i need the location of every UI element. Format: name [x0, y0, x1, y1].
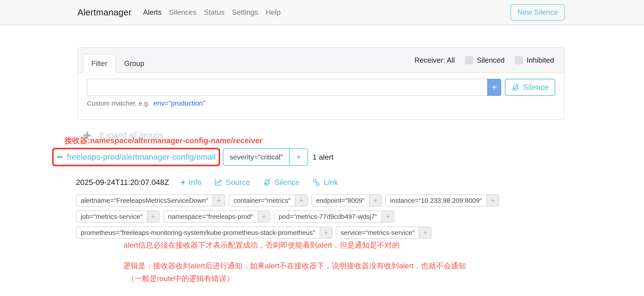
label-text: endpoint="8009" — [312, 195, 369, 206]
link-label: Link — [324, 178, 338, 187]
plus-icon: + — [217, 197, 221, 204]
plus-icon: + — [180, 178, 186, 187]
label-chip: instance="10.233.98.209:8009" + — [385, 194, 499, 206]
receiver-filter[interactable]: Receiver: All — [414, 56, 455, 64]
add-filter-button[interactable]: + — [320, 227, 332, 238]
plus-icon: + — [491, 197, 495, 204]
silence-alert-button[interactable]: Silence — [263, 178, 300, 187]
label-text: alertname="FreeleapsMetricsServiceDown" — [76, 195, 212, 206]
silenced-checkbox-label: Silenced — [477, 56, 505, 64]
minus-icon — [57, 156, 63, 158]
add-filter-button[interactable]: + — [258, 211, 270, 222]
hint-text: Custom matcher, e.g. — [87, 100, 150, 107]
bell-slash-icon — [511, 83, 520, 92]
label-chip: namespace="freeleaps-prod" + — [163, 210, 270, 222]
silence-alert-label: Silence — [274, 178, 300, 187]
matcher-input[interactable] — [87, 79, 487, 96]
inhibited-checkbox[interactable] — [515, 56, 523, 64]
annotation-alert-note: alert信息必须在接收器下才表示配置成功，否则即使能看到alert，但是通知是… — [124, 240, 400, 250]
filter-options: Receiver: All Silenced Inhibited — [414, 56, 554, 64]
plus-icon: + — [386, 213, 390, 220]
alert-detail: 2025-09-24T11:20:07.048Z + Info Source — [76, 176, 514, 238]
inhibited-checkbox-label: Inhibited — [526, 56, 554, 64]
filter-panel-body: + Silence Custom matcher, e.g. env="prod — [78, 73, 564, 107]
receiver-group-link[interactable]: freeleaps-prod/alertmanager-config/email — [57, 152, 216, 162]
alert-timestamp: 2025-09-24T11:20:07.048Z — [76, 178, 169, 187]
label-text: container="metrics" — [229, 195, 295, 206]
filter-panel-header: Filter Group Receiver: All Silenced Inhi… — [78, 48, 564, 73]
generator-link[interactable]: Link — [312, 178, 338, 187]
add-filter-button[interactable]: + — [419, 227, 431, 238]
alert-actions-row: 2025-09-24T11:20:07.048Z + Info Source — [76, 176, 514, 189]
label-chip: prometheus="freeleaps-monitoring-system/… — [76, 226, 332, 238]
nav-link-status[interactable]: Status — [204, 8, 224, 16]
nav-link-settings[interactable]: Settings — [232, 8, 258, 16]
label-chip: pod="metrics-77d9cdb497-wdsj7" + — [274, 210, 394, 222]
plus-icon: + — [296, 152, 301, 162]
nav-link-alerts[interactable]: Alerts — [143, 8, 162, 16]
chart-line-icon — [214, 178, 222, 186]
group-matcher-chip: severity="critical" + — [223, 148, 308, 166]
nav-links: Alerts Silences Status Settings Help — [143, 8, 281, 16]
add-filter-button[interactable]: + — [212, 195, 225, 206]
add-matcher-button[interactable]: + — [487, 79, 501, 96]
add-filter-button[interactable]: + — [486, 195, 498, 206]
add-filter-button[interactable]: + — [295, 195, 307, 206]
alertmanager-page: Alertmanager Alerts Silences Status Sett… — [0, 0, 644, 296]
plus-icon: + — [374, 197, 378, 204]
add-filter-button[interactable]: + — [369, 195, 382, 206]
info-label: Info — [189, 178, 202, 187]
annotation-highlight-box: freeleaps-prod/alertmanager-config/email — [52, 148, 220, 166]
tab-group[interactable]: Group — [116, 54, 153, 73]
silence-filter-button[interactable]: Silence — [505, 79, 555, 96]
alert-group-header: freeleaps-prod/alertmanager-config/email… — [52, 147, 334, 167]
receiver-group-label: freeleaps-prod/alertmanager-config/email — [67, 152, 216, 162]
nav-link-silences[interactable]: Silences — [169, 8, 196, 16]
silenced-checkbox-group[interactable]: Silenced — [465, 56, 505, 64]
source-label: Source — [226, 178, 250, 187]
annotation-receiver-note: 接收器:namespace/altermanager-config-name/r… — [64, 136, 262, 146]
label-chip: job="metrics-service" + — [76, 210, 160, 222]
tab-filter[interactable]: Filter — [83, 54, 116, 73]
new-silence-button[interactable]: New Silence — [510, 4, 565, 20]
brand-link[interactable]: Alertmanager — [78, 8, 132, 17]
bell-slash-icon — [263, 178, 271, 186]
label-text: prometheus="freeleaps-monitoring-system/… — [76, 227, 320, 238]
matcher-row: + Silence — [87, 79, 555, 96]
annotation-logic-note-line1: 逻辑是：接收器收到alert后进行通知，如果alert不在接收器下，说明接收器没… — [123, 261, 466, 271]
source-link[interactable]: Source — [214, 178, 250, 187]
nav-link-help[interactable]: Help — [266, 8, 281, 16]
label-chip: service="metrics-service" + — [336, 226, 432, 238]
group-matcher-label: severity="critical" — [224, 149, 289, 165]
hint-example-link[interactable]: env="production" — [154, 100, 205, 107]
label-text: job="metrics-service" — [76, 211, 147, 222]
plus-icon: + — [299, 197, 303, 204]
label-text: pod="metrics-77d9cdb497-wdsj7" — [274, 211, 382, 222]
inhibited-checkbox-group[interactable]: Inhibited — [515, 56, 554, 64]
silence-filter-label: Silence — [523, 83, 549, 92]
annotation-logic-note-line2: （一般是route中的逻辑有错误） — [127, 274, 234, 284]
info-button[interactable]: + Info — [180, 178, 202, 187]
label-chip: container="metrics" + — [229, 194, 308, 206]
label-chip: endpoint="8009" + — [311, 194, 382, 206]
plus-icon: + — [324, 229, 328, 236]
plus-icon: + — [151, 213, 155, 220]
alert-labels: alertname="FreeleapsMetricsServiceDown" … — [76, 194, 514, 238]
label-chip: alertname="FreeleapsMetricsServiceDown" … — [76, 194, 225, 206]
add-filter-button[interactable]: + — [147, 211, 159, 222]
label-text: service="metrics-service" — [336, 227, 419, 238]
plus-icon: + — [424, 229, 427, 236]
add-group-matcher-button[interactable]: + — [289, 149, 308, 165]
plus-icon: + — [262, 213, 266, 220]
label-text: namespace="freeleaps-prod" — [164, 211, 258, 222]
link-icon — [312, 178, 321, 186]
navbar: Alertmanager Alerts Silences Status Sett… — [0, 0, 644, 25]
filter-panel: Filter Group Receiver: All Silenced Inhi… — [78, 47, 564, 120]
matcher-hint: Custom matcher, e.g. env="production" — [87, 100, 555, 107]
add-filter-button[interactable]: + — [382, 211, 394, 222]
label-text: instance="10.233.98.209:8009" — [386, 195, 486, 206]
plus-icon: + — [492, 82, 497, 92]
silenced-checkbox[interactable] — [465, 56, 473, 64]
alert-count: 1 alert — [312, 153, 334, 162]
